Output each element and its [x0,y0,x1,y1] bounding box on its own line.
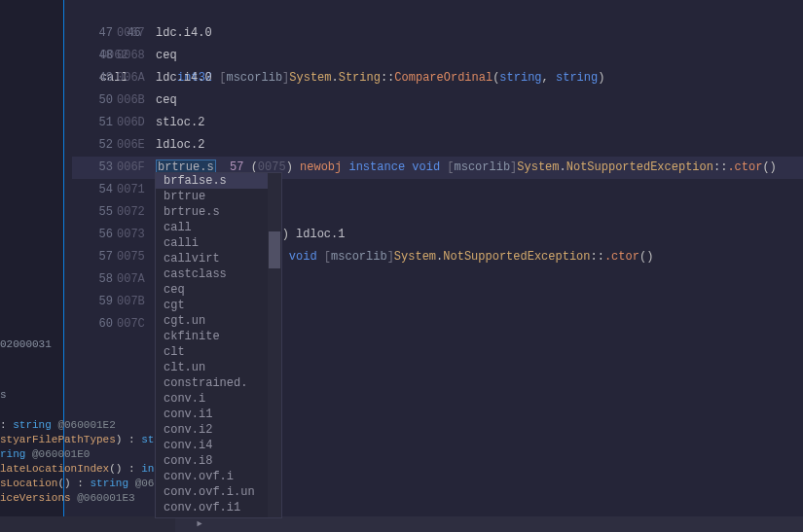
class-name: NotSupportedException [443,250,590,264]
opcode: stloc.2 [156,116,204,129]
code-line: 470067ldc.i4.0 [72,22,792,45]
autocomplete-item[interactable]: brtrue [156,189,281,204]
autocomplete-item[interactable]: conv.i4 [156,438,281,453]
opcode: ldc.i4.0 [156,71,212,85]
tree-item[interactable]: styarFilePathTypes) : string @060 [0,433,156,447]
autocomplete-item[interactable]: conv.ovf.i [156,469,281,484]
opcode: ceq [156,49,177,62]
scroll-track[interactable] [175,516,803,532]
autocomplete-item[interactable]: call [156,220,281,235]
code-line: 49006Aldc.i4.0 [72,67,792,89]
autocomplete-item[interactable]: ceq [156,282,281,298]
opcode: newobj [300,160,342,174]
autocomplete-item[interactable]: constrained. [156,375,281,391]
tree-item[interactable]: iceVersions @060001E3 [0,491,156,506]
keyword: instance [348,160,405,174]
method-name: .ctor [604,250,639,264]
popup-scrollbar[interactable] [268,173,281,517]
s-label: s [0,389,7,401]
autocomplete-item[interactable]: conv.i2 [156,422,281,438]
autocomplete-item[interactable]: clt.un [156,360,281,375]
code-line: 51006Dstloc.2 [72,112,792,134]
autocomplete-item[interactable]: cgt.un [156,313,281,329]
horizontal-scrollbar[interactable]: ◄ ► [0,516,803,532]
tree-item[interactable]: ring @060001E0 [0,447,156,462]
autocomplete-item[interactable]: cgt [156,298,281,313]
token-info: 02000031 [0,338,52,350]
code-line: 52006Eldloc.2 [72,134,792,157]
opcode: ldc.i4.0 [156,26,212,40]
autocomplete-item[interactable]: conv.i8 [156,453,281,469]
member-tree[interactable]: : string @060001E2 styarFilePathTypes) :… [0,418,156,506]
assembly-ref: mscorlib [331,250,387,264]
autocomplete-item[interactable]: conv.ovf.i.un [156,484,281,500]
autocomplete-item[interactable]: clt [156,344,281,360]
autocomplete-item[interactable]: conv.i1 [156,407,281,422]
popup-scroll-thumb[interactable] [269,231,280,268]
class-name: NotSupportedException [566,160,713,174]
autocomplete-item[interactable]: conv.i [156,391,281,407]
opcode: ceq [156,93,177,107]
assembly-ref: mscorlib [455,160,511,174]
method-name: .ctor [727,160,762,174]
autocomplete-popup[interactable]: brfalse.sbrtruebrtrue.scallcallicallvirt… [155,172,282,518]
autocomplete-item[interactable]: calli [156,235,281,251]
scroll-right-button[interactable]: ► [192,516,207,532]
code-line: 50006Bceq [72,89,792,112]
code-line: 480068ceq [72,45,792,67]
autocomplete-item[interactable]: conv.ovf.i1 [156,500,281,515]
opcode: ldloc.1 [296,228,345,241]
type-keyword: void [289,250,317,264]
class-name: System [394,250,436,264]
autocomplete-item[interactable]: brfalse.s [156,173,281,189]
tree-item[interactable]: sLocation() : string @060001E4 [0,477,156,491]
autocomplete-item[interactable]: castclass [156,266,281,282]
autocomplete-item[interactable]: callvirt [156,251,281,266]
autocomplete-list[interactable]: brfalse.sbrtruebrtrue.scallcallicallvirt… [156,173,281,515]
opcode: ldloc.2 [156,138,204,152]
autocomplete-item[interactable]: brtrue.s [156,204,281,220]
tree-item[interactable]: lateLocationIndex() : int @060 [0,462,156,477]
tree-item[interactable]: : string @060001E2 [0,418,156,433]
type-keyword: void [412,160,440,174]
autocomplete-item[interactable]: ckfinite [156,329,281,344]
code-line: 46 0062 call int32 [mscorlib]System.Stri… [72,0,792,22]
class-name: System [517,160,559,174]
